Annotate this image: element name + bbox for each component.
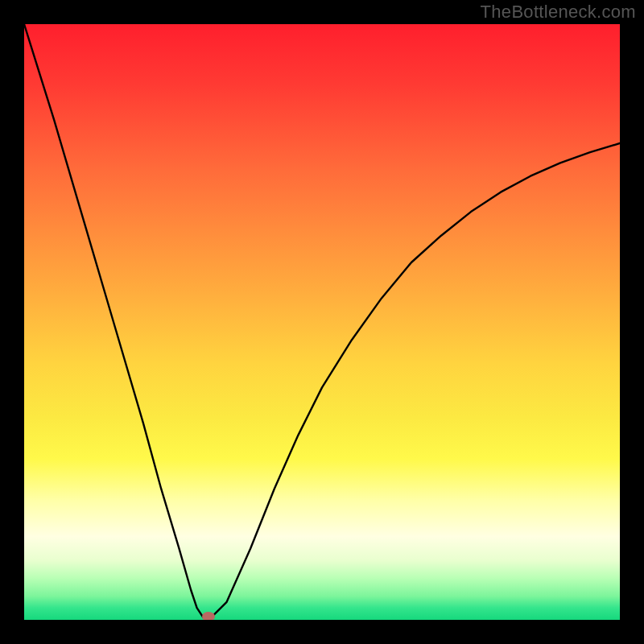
plot-area xyxy=(24,24,620,620)
chart-container: TheBottleneck.com xyxy=(0,0,644,644)
curve-svg xyxy=(24,24,620,620)
optimal-point-marker xyxy=(202,612,215,620)
bottleneck-curve xyxy=(24,24,620,620)
watermark-text: TheBottleneck.com xyxy=(481,2,636,23)
